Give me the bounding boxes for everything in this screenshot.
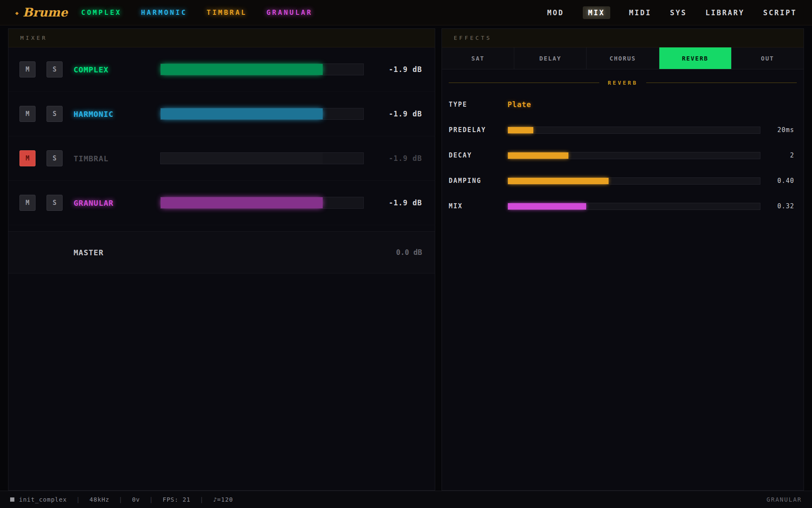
fx-tab-delay[interactable]: DELAY: [514, 47, 587, 69]
active-engine-indicator: GRANULAR: [767, 496, 802, 503]
page-tab-script[interactable]: SCRIPT: [763, 8, 797, 17]
logo-diamond-icon: ◆: [15, 10, 19, 16]
mixer-panel: MIXER M S COMPLEX -1.9 dB M S HARMONIC -…: [8, 28, 435, 491]
engine-tab-granular[interactable]: GRANULAR: [266, 8, 313, 17]
channel-level-fill: [161, 64, 323, 75]
mute-button[interactable]: M: [19, 61, 36, 77]
master-label: MASTER: [74, 248, 104, 257]
page-tab-mix[interactable]: MIX: [583, 6, 611, 19]
mute-button[interactable]: M: [19, 106, 36, 122]
page-tab-sys[interactable]: SYS: [670, 8, 687, 17]
page-nav: MOD MIX MIDI SYS LIBRARY SCRIPT: [547, 6, 797, 19]
reverb-type-value[interactable]: Plate: [508, 100, 531, 109]
param-value: 20ms: [760, 126, 794, 134]
sample-rate: 48kHz: [90, 496, 110, 503]
param-label: DAMPING: [449, 177, 508, 185]
patch-name: init_complex: [19, 496, 67, 503]
voice-count: 0v: [132, 496, 140, 503]
channel-name: GRANULAR: [74, 199, 160, 207]
mixer-panel-title: MIXER: [20, 35, 47, 41]
engine-nav: COMPLEX HARMONIC TIMBRAL GRANULAR: [81, 8, 313, 17]
patch-indicator-icon: [10, 497, 14, 502]
channel-level-value: -1.9 dB: [364, 154, 422, 163]
channel-level-slider[interactable]: [160, 152, 364, 164]
channel-name: TIMBRAL: [74, 154, 160, 163]
solo-button[interactable]: S: [47, 195, 63, 211]
fx-tab-sat[interactable]: SAT: [442, 47, 514, 69]
app-window: ◆ Brume COMPLEX HARMONIC TIMBRAL GRANULA…: [0, 0, 812, 508]
fx-tab-out[interactable]: OUT: [732, 47, 804, 69]
mixer-channel-row-complex: M S COMPLEX -1.9 dB: [8, 47, 435, 92]
mixer-channel-row-harmonic: M S HARMONIC -1.9 dB: [8, 92, 435, 136]
predelay-slider[interactable]: [508, 127, 760, 134]
channel-level-slider[interactable]: [160, 64, 364, 75]
channel-name: HARMONIC: [74, 110, 160, 119]
param-label: PREDELAY: [449, 126, 508, 134]
effects-panel: EFFECTS SAT DELAY CHORUS REVERB OUT REVE…: [442, 28, 804, 491]
mixer-channel-row-timbral: M S TIMBRAL -1.9 dB: [8, 136, 435, 181]
slider-fill: [508, 127, 533, 133]
channel-level-slider[interactable]: [160, 108, 364, 120]
master-row: MASTER 0.0 dB: [8, 231, 435, 273]
damping-slider[interactable]: [508, 177, 760, 185]
fx-tab-reverb[interactable]: REVERB: [659, 47, 732, 69]
slider-fill: [508, 203, 586, 210]
param-value: 0.32: [760, 202, 794, 210]
reverb-section-divider: REVERB: [442, 80, 804, 86]
effects-panel-title: EFFECTS: [454, 35, 492, 41]
status-separator: |: [76, 496, 80, 503]
status-separator: |: [119, 496, 123, 503]
mute-button-active[interactable]: M: [19, 150, 36, 166]
channel-level-value: -1.9 dB: [364, 199, 422, 207]
channel-level-fill: [161, 197, 323, 208]
param-row-predelay: PREDELAY 20ms: [442, 117, 804, 143]
param-row-type: TYPE Plate: [442, 92, 804, 117]
status-separator: |: [200, 496, 204, 503]
param-row-damping: DAMPING 0.40: [442, 168, 804, 193]
decay-slider[interactable]: [508, 152, 760, 159]
slider-fill: [508, 178, 609, 184]
page-tab-midi[interactable]: MIDI: [629, 8, 651, 17]
solo-button[interactable]: S: [47, 61, 63, 77]
engine-tab-timbral[interactable]: TIMBRAL: [207, 8, 247, 17]
param-row-decay: DECAY 2: [442, 143, 804, 168]
effects-panel-header: EFFECTS: [442, 29, 804, 47]
param-label: DECAY: [449, 152, 508, 159]
top-bar: ◆ Brume COMPLEX HARMONIC TIMBRAL GRANULA…: [0, 0, 812, 25]
solo-button[interactable]: S: [47, 150, 63, 166]
app-logo: ◆ Brume: [15, 6, 68, 19]
status-separator: |: [149, 496, 153, 503]
fps-counter: FPS: 21: [162, 496, 190, 503]
page-tab-library[interactable]: LIBRARY: [705, 8, 745, 17]
reverb-section-title: REVERB: [608, 80, 638, 86]
effects-tab-bar: SAT DELAY CHORUS REVERB OUT: [442, 47, 804, 69]
channel-level-value: -1.9 dB: [364, 65, 422, 74]
mute-button[interactable]: M: [19, 195, 36, 211]
mix-slider[interactable]: [508, 203, 760, 210]
param-label: MIX: [449, 202, 508, 210]
main-content: MIXER M S COMPLEX -1.9 dB M S HARMONIC -…: [8, 25, 804, 491]
solo-button[interactable]: S: [47, 106, 63, 122]
divider-line: [449, 83, 599, 83]
channel-level-fill: [161, 153, 323, 164]
divider-line: [646, 83, 797, 83]
master-level-value: 0.0 dB: [104, 248, 422, 257]
status-bar: init_complex | 48kHz | 0v | FPS: 21 | ♪=…: [0, 491, 812, 508]
fx-tab-chorus[interactable]: CHORUS: [587, 47, 659, 69]
param-value: 0.40: [760, 177, 794, 185]
tempo-display: ♪=120: [213, 496, 233, 503]
mixer-channel-row-granular: M S GRANULAR -1.9 dB: [8, 181, 435, 225]
channel-level-value: -1.9 dB: [364, 110, 422, 118]
channel-level-fill: [161, 108, 323, 119]
param-label: TYPE: [449, 101, 508, 108]
param-row-mix: MIX 0.32: [442, 193, 804, 219]
app-title: Brume: [23, 6, 68, 19]
page-tab-mod[interactable]: MOD: [547, 8, 564, 17]
channel-name: COMPLEX: [74, 65, 160, 74]
mixer-panel-header: MIXER: [8, 29, 435, 47]
engine-tab-harmonic[interactable]: HARMONIC: [141, 8, 187, 17]
slider-fill: [508, 152, 568, 159]
channel-level-slider[interactable]: [160, 197, 364, 209]
engine-tab-complex[interactable]: COMPLEX: [81, 8, 121, 17]
param-value: 2: [760, 152, 794, 159]
